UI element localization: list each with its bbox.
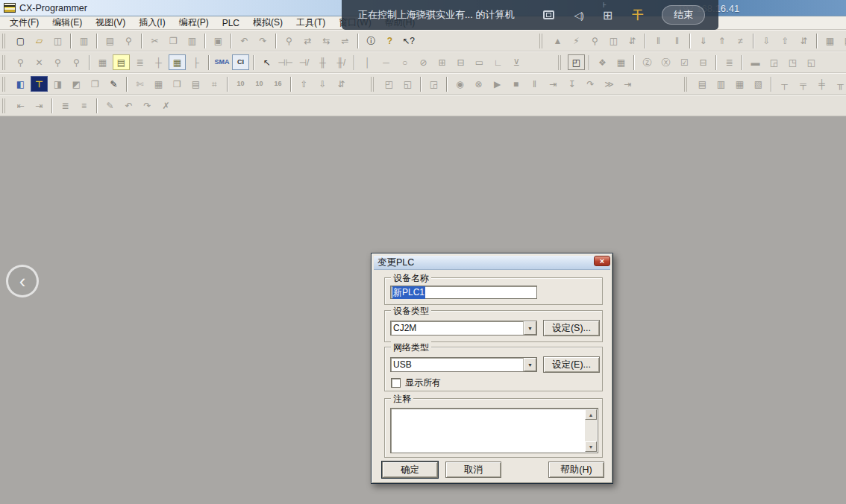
trace-config-button[interactable]: ▤ [694, 76, 711, 92]
show-rung-annotations-button[interactable]: ≣ [131, 54, 148, 70]
toggle-project-window-button[interactable]: ◧ [12, 76, 29, 92]
data-trace-window-button[interactable]: ▦ [612, 54, 630, 70]
outdent-rung-button[interactable]: ⇤ [12, 98, 29, 113]
align-outline-button[interactable]: ≡ [75, 98, 93, 113]
menu-t[interactable]: 工具(T) [289, 16, 332, 30]
new-horizontal-button[interactable]: ─ [377, 54, 395, 70]
work-online-button[interactable]: ▲ [549, 33, 566, 48]
toggle-bit-button[interactable]: ◱ [803, 54, 820, 70]
paste-button[interactable]: ▥ [184, 33, 201, 48]
debug-mode-button[interactable]: ▦ [840, 33, 846, 48]
pause-with-sync-button[interactable]: ‖ [650, 33, 667, 48]
show-grid-button[interactable]: ▦ [94, 54, 111, 70]
context-help-button[interactable]: ↖? [400, 33, 417, 48]
redo-button[interactable]: ↷ [254, 33, 272, 48]
zoom-out-button[interactable]: ⚲ [49, 54, 66, 70]
zoom-in-button[interactable]: ⚲ [68, 54, 85, 70]
about-button[interactable]: ⓘ [363, 33, 380, 48]
end-session-button[interactable]: 结束 [662, 5, 705, 25]
auto-online-button[interactable]: ⚡ [568, 33, 585, 48]
upload-symbols-button[interactable]: ⇧ [295, 76, 313, 92]
open-project-button[interactable]: ▱ [31, 33, 48, 48]
download-symbols-button[interactable]: ⇩ [314, 76, 331, 92]
help-button[interactable]: 帮助(H) [548, 462, 604, 478]
fullscreen-icon[interactable] [543, 10, 554, 19]
toolbar-grip[interactable] [558, 55, 563, 70]
change-all-button[interactable]: ⇌ [336, 33, 354, 48]
new-or-closed-contact-button[interactable]: ╫/ [333, 54, 350, 70]
select-mode-button[interactable]: ↖ [258, 54, 275, 70]
toolbar-grip[interactable] [539, 34, 545, 48]
new-or-contact-button[interactable]: ╫ [314, 54, 331, 70]
plc-io-table-button[interactable]: ▦ [150, 76, 167, 92]
program-check-button[interactable]: ❒ [169, 76, 186, 92]
zoom-to-fit-button[interactable]: ⚲ [12, 54, 29, 70]
data-transfer-to-plc-button[interactable]: ⇩ [758, 33, 775, 48]
undo-button[interactable]: ↶ [236, 33, 253, 48]
toggle-local-window-button[interactable]: ❐ [87, 76, 104, 92]
menu-i[interactable]: 插入(I) [132, 16, 172, 30]
transfer-from-plc-button[interactable]: ⇑ [713, 33, 730, 48]
mark-undo-button[interactable]: ↶ [120, 98, 137, 113]
change-address-button[interactable]: ⇆ [318, 33, 335, 48]
network-type-settings-button[interactable]: 设定(E)... [543, 356, 600, 373]
mark-insert-button[interactable]: ✎ [101, 98, 119, 113]
simulator-window-1-button[interactable]: ◰ [380, 76, 398, 92]
force-cancel-button[interactable]: ⊟ [695, 54, 712, 70]
toggle-output-window-button[interactable]: ⊤ [31, 76, 48, 92]
monitor-window-button[interactable]: ◰ [568, 54, 585, 70]
pause-monitor-warning-button[interactable]: ◫ [605, 33, 622, 48]
reset-bit-button[interactable]: ◳ [784, 54, 801, 70]
find-button[interactable]: ⚲ [281, 33, 298, 48]
online-simulation-button[interactable]: ◉ [451, 76, 469, 92]
monitor-signed-decimal-button[interactable]: 10 [251, 76, 268, 92]
menu-plc[interactable]: PLC [216, 17, 246, 29]
align-list-button[interactable]: ≣ [57, 98, 74, 113]
monitor-io-comment-button[interactable]: ┼ [150, 54, 167, 70]
rung-comment-list-button[interactable]: ▤ [187, 76, 204, 92]
zoom-100-button[interactable]: ✕ [31, 54, 48, 70]
properties-button[interactable]: ✎ [105, 76, 122, 92]
menu-e[interactable]: 编辑(E) [46, 16, 89, 30]
data-compare-button[interactable]: ⇵ [795, 33, 812, 48]
monitor-decimal-button[interactable]: 10 [232, 76, 249, 92]
invert-instruction-button[interactable]: ∟ [489, 54, 507, 70]
show-comments-button[interactable]: ▤ [113, 54, 130, 70]
paste-rung-button[interactable]: ▣ [210, 33, 227, 48]
copy-button[interactable]: ❐ [165, 33, 182, 48]
toolbar-grip[interactable] [2, 77, 7, 92]
new-file-button[interactable]: ▢ [12, 33, 29, 48]
print-button[interactable]: ▤ [101, 33, 119, 48]
view-mnemonics-button[interactable]: SMA [213, 54, 231, 70]
sim-step-button[interactable]: ⇥ [545, 76, 562, 92]
monitor-dim-button[interactable]: ▬ [747, 54, 764, 70]
stop-simulation-button[interactable]: ⊗ [470, 76, 487, 92]
sim-run-to-break-button[interactable]: ⇥ [619, 76, 636, 92]
time-chart-1-button[interactable]: ┬ [776, 76, 793, 92]
toolbar-grip[interactable] [2, 34, 7, 48]
menu-p[interactable]: 编程(P) [172, 16, 216, 30]
comment-scrollbar[interactable]: ▲ ▼ [585, 409, 597, 452]
remote-tools-icon[interactable]: 干 [632, 8, 643, 22]
sim-stop-button[interactable]: ■ [507, 76, 524, 92]
back-overlay-button[interactable]: ‹ [6, 265, 39, 297]
show-rungs-as-list-button[interactable]: ▦ [169, 54, 186, 70]
help-button[interactable]: ? [381, 33, 398, 48]
force-set-button[interactable]: ⓩ [639, 54, 656, 70]
menu-v[interactable]: 视图(V) [89, 16, 132, 30]
print-preview-button[interactable]: ⚲ [120, 33, 137, 48]
symbol-list-button[interactable]: ≣ [721, 54, 738, 70]
watch-sheet-button[interactable]: ❖ [594, 54, 611, 70]
time-chart-3-button[interactable]: ╪ [813, 76, 830, 92]
network-type-dropdown-arrow-icon[interactable]: ▼ [524, 358, 536, 371]
trace-read-button[interactable]: ▦ [731, 76, 748, 92]
trace-execute-button[interactable]: ▥ [712, 76, 730, 92]
toolbar-grip[interactable] [684, 77, 689, 92]
toolbar-grip[interactable] [2, 98, 7, 113]
new-coil-button[interactable]: ○ [396, 54, 413, 70]
dialog-close-button[interactable]: × [594, 256, 610, 266]
force-reset-button[interactable]: ⓧ [657, 54, 674, 70]
comment-input[interactable]: ▲ ▼ [390, 408, 598, 453]
toggle-watch-window-button[interactable]: ◨ [49, 76, 66, 92]
time-chart-2-button[interactable]: ╤ [795, 76, 812, 92]
